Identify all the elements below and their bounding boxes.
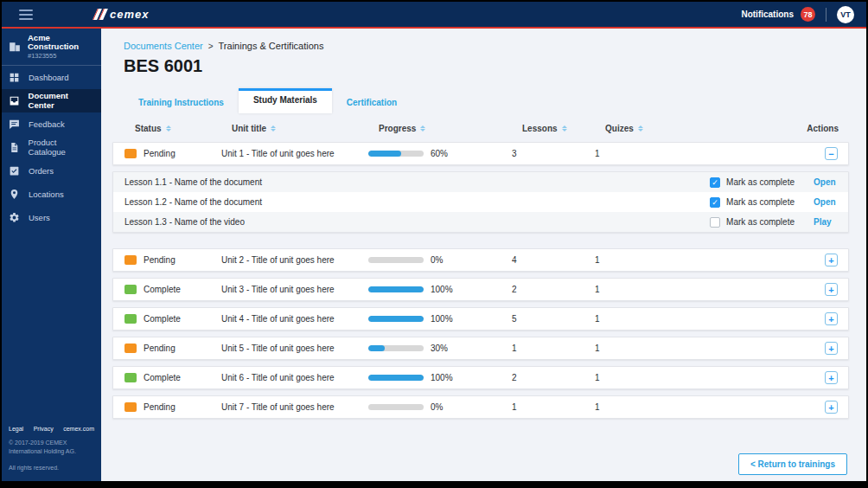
expand-button[interactable]: + bbox=[825, 401, 838, 414]
sidebar-item-label: Feedback bbox=[29, 119, 65, 129]
sidebar-item-label: Document Center bbox=[29, 91, 94, 110]
expand-button[interactable]: + bbox=[825, 342, 838, 355]
unit-row: PendingUnit 1 - Title of unit goes here6… bbox=[112, 142, 849, 165]
sort-icon bbox=[166, 125, 171, 132]
sidebar-item-feedback[interactable]: Feedback bbox=[2, 112, 101, 136]
company-number: #1323555 bbox=[28, 52, 94, 60]
progress-bar bbox=[368, 257, 424, 263]
status-label: Pending bbox=[144, 402, 176, 412]
sidebar-item-document-center[interactable]: Document Center bbox=[2, 89, 101, 112]
status-label: Pending bbox=[144, 255, 176, 265]
collapse-button[interactable]: − bbox=[825, 147, 838, 160]
app-window: cemex Notifications 78 VT Acme Construct… bbox=[2, 2, 866, 481]
cemex-com-link[interactable]: cemex.com bbox=[63, 426, 94, 432]
tab-certification[interactable]: Certification bbox=[332, 88, 412, 113]
return-to-trainings-button[interactable]: < Return to trainings bbox=[738, 453, 847, 475]
sort-icon bbox=[420, 125, 425, 132]
quizes-count: 1 bbox=[595, 344, 600, 353]
lesson-link[interactable]: Open bbox=[814, 197, 836, 207]
header-progress[interactable]: Progress bbox=[379, 124, 522, 133]
status-label: Complete bbox=[144, 314, 181, 324]
lessons-count: 5 bbox=[512, 314, 517, 324]
sidebar-nav: DashboardDocument CenterFeedbackProduct … bbox=[2, 66, 101, 421]
sidebar-item-users[interactable]: Users bbox=[2, 206, 101, 229]
breadcrumb-parent-link[interactable]: Documents Center bbox=[124, 41, 203, 51]
tab-bar: Training Instructions Study Materials Ce… bbox=[124, 88, 849, 113]
quizes-count: 1 bbox=[595, 373, 600, 382]
status-swatch bbox=[124, 255, 137, 265]
mark-complete-checkbox[interactable]: ✓ bbox=[710, 177, 720, 188]
notifications-link[interactable]: Notifications bbox=[741, 10, 794, 19]
privacy-link[interactable]: Privacy bbox=[34, 426, 54, 432]
mark-complete-checkbox[interactable] bbox=[710, 217, 720, 228]
topbar-right: Notifications 78 VT bbox=[741, 6, 854, 23]
document-page-icon bbox=[9, 142, 21, 153]
menu-icon[interactable] bbox=[19, 10, 33, 20]
mark-complete-label: Mark as complete bbox=[726, 197, 795, 207]
progress-bar bbox=[368, 316, 424, 322]
page-title: BES 6001 bbox=[124, 56, 849, 76]
tab-training-instructions[interactable]: Training Instructions bbox=[124, 88, 239, 113]
expand-button[interactable]: + bbox=[825, 254, 838, 266]
breadcrumb-separator: > bbox=[208, 42, 214, 51]
copyright-line: © 2017-2019 CEMEX bbox=[9, 439, 94, 448]
mark-complete-label: Mark as complete bbox=[726, 217, 795, 227]
chat-bubble-icon bbox=[9, 119, 21, 130]
status-label: Complete bbox=[144, 373, 181, 382]
lessons-count: 4 bbox=[512, 255, 517, 265]
sidebar-item-label: Dashboard bbox=[29, 73, 68, 82]
status-label: Complete bbox=[144, 285, 181, 294]
table-header: Status Unit title Progress Lessons Quize… bbox=[112, 113, 849, 142]
header-status[interactable]: Status bbox=[135, 124, 232, 133]
sidebar-company[interactable]: Acme Construction #1323555 bbox=[2, 29, 101, 66]
progress-label: 100% bbox=[431, 373, 453, 382]
progress-bar bbox=[368, 404, 424, 410]
expand-button[interactable]: + bbox=[825, 371, 838, 384]
lessons-count: 2 bbox=[512, 285, 517, 294]
header-lessons[interactable]: Lessons bbox=[522, 124, 605, 133]
topbar-divider bbox=[826, 8, 827, 22]
status-label: Pending bbox=[144, 149, 176, 158]
gear-icon bbox=[9, 212, 21, 223]
legal-link[interactable]: Legal bbox=[9, 426, 23, 432]
breadcrumb: Documents Center > Trainings & Certifica… bbox=[124, 41, 849, 51]
main-content: Documents Center > Trainings & Certifica… bbox=[101, 29, 866, 481]
sidebar-item-dashboard[interactable]: Dashboard bbox=[2, 66, 101, 89]
expand-button[interactable]: + bbox=[825, 312, 838, 325]
sort-icon bbox=[562, 125, 567, 132]
lesson-title: Lesson 1.3 - Name of the video bbox=[124, 217, 710, 227]
avatar[interactable]: VT bbox=[837, 6, 854, 23]
expand-button[interactable]: + bbox=[825, 283, 838, 296]
sidebar-item-locations[interactable]: Locations bbox=[2, 183, 101, 206]
sidebar-item-label: Orders bbox=[29, 166, 54, 176]
mark-complete-checkbox[interactable]: ✓ bbox=[710, 197, 720, 208]
sidebar-item-label: Users bbox=[29, 213, 50, 222]
dashboard-grid-icon bbox=[9, 72, 21, 83]
sort-icon bbox=[638, 125, 643, 132]
lesson-link[interactable]: Play bbox=[814, 217, 836, 227]
sidebar-item-orders[interactable]: Orders bbox=[2, 159, 101, 183]
checkbox-icon bbox=[9, 165, 21, 177]
quizes-count: 1 bbox=[595, 149, 600, 158]
tab-study-materials[interactable]: Study Materials bbox=[239, 88, 332, 113]
quizes-count: 1 bbox=[595, 255, 600, 265]
sidebar-item-product-catalogue[interactable]: Product Catalogue bbox=[2, 136, 101, 159]
unit-row: CompleteUnit 6 - Title of unit goes here… bbox=[112, 366, 849, 389]
header-unit-title[interactable]: Unit title bbox=[232, 124, 379, 133]
unit-title: Unit 1 - Title of unit goes here bbox=[221, 149, 335, 158]
quizes-count: 1 bbox=[595, 314, 600, 324]
unit-title: Unit 2 - Title of unit goes here bbox=[221, 255, 335, 265]
progress-label: 100% bbox=[431, 285, 453, 294]
table-body: PendingUnit 1 - Title of unit goes here6… bbox=[112, 142, 849, 419]
lesson-link[interactable]: Open bbox=[814, 177, 836, 187]
sidebar: Acme Construction #1323555 DashboardDocu… bbox=[2, 29, 101, 481]
notifications-badge[interactable]: 78 bbox=[801, 7, 815, 22]
copyright-line: International Holding AG. bbox=[9, 447, 94, 457]
progress-bar bbox=[368, 151, 424, 157]
quizes-count: 1 bbox=[595, 285, 600, 294]
status-swatch bbox=[124, 285, 137, 294]
lesson-row: Lesson 1.1 - Name of the document✓Mark a… bbox=[113, 172, 848, 192]
lessons-count: 2 bbox=[512, 373, 517, 382]
status-swatch bbox=[124, 344, 137, 353]
header-quizes[interactable]: Quizes bbox=[605, 124, 804, 133]
